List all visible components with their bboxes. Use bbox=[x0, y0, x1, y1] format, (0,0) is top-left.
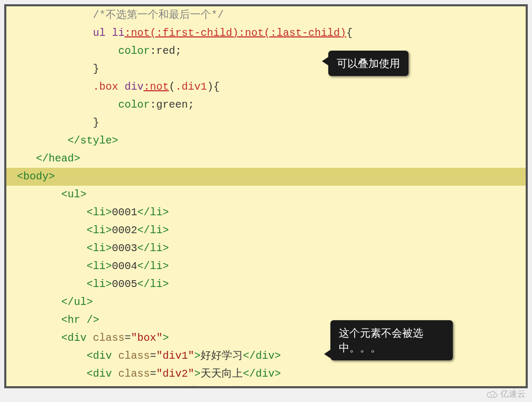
html-tag: <li> bbox=[87, 206, 112, 218]
html-tag-annotated: <p class="div2"> bbox=[87, 386, 188, 388]
html-tag: </head> bbox=[36, 152, 80, 165]
code-line: </ul> bbox=[6, 293, 526, 311]
svg-point-0 bbox=[491, 394, 492, 395]
code-line: <div class="div2">天天向上</div> bbox=[6, 365, 526, 383]
html-attr-value: "box" bbox=[131, 332, 163, 344]
tooltip-text: 这个元素不会被选中。。。 bbox=[339, 327, 423, 353]
html-tag: </li> bbox=[137, 206, 169, 218]
css-comment: /*不选第一个和最后一个*/ bbox=[93, 9, 224, 21]
text-content: 我们不一样 bbox=[188, 386, 241, 388]
code-line: <li>0005</li> bbox=[6, 275, 526, 293]
html-attr-value: "div2" bbox=[156, 368, 194, 380]
css-selector: ul li bbox=[93, 27, 125, 39]
html-tag: <li> bbox=[87, 278, 112, 290]
text-content: 0005 bbox=[112, 278, 137, 290]
code-line: ul li:not(:first-child):not(:last-child)… bbox=[6, 24, 526, 42]
text-content: 0004 bbox=[112, 260, 137, 272]
html-tag: <ul> bbox=[61, 188, 87, 200]
code-line: .box div:not(.div1){ bbox=[6, 78, 526, 96]
code-line: <p class="div2">我们不一样</p> bbox=[6, 383, 526, 388]
brace: } bbox=[93, 117, 99, 129]
tooltip-arrow-icon bbox=[324, 350, 330, 358]
watermark-text: 亿速云 bbox=[500, 389, 526, 400]
html-tag: <div bbox=[61, 332, 87, 344]
html-tag: </div> bbox=[243, 368, 281, 380]
html-tag: </style> bbox=[68, 135, 118, 147]
css-value: red bbox=[156, 45, 175, 57]
html-tag-annotated: </p> bbox=[241, 386, 266, 388]
code-line: <li>0002</li> bbox=[6, 222, 526, 240]
html-tag: <li> bbox=[87, 242, 112, 254]
tooltip-text: 可以叠加使用 bbox=[337, 58, 400, 69]
code-line: </style> bbox=[6, 132, 526, 150]
code-line: } bbox=[6, 60, 526, 78]
text-content: 天天向上 bbox=[201, 368, 243, 380]
annotation-tooltip: 这个元素不会被选中。。。 bbox=[330, 320, 453, 360]
css-class-selector: .box bbox=[93, 81, 118, 93]
text-content: 0002 bbox=[112, 224, 137, 236]
html-tag: </li> bbox=[137, 224, 169, 236]
html-attr-value: "div1" bbox=[156, 350, 194, 362]
watermark: 亿速云 bbox=[486, 389, 526, 400]
annotation-tooltip: 可以叠加使用 bbox=[328, 51, 408, 76]
code-line: <li>0004</li> bbox=[6, 257, 526, 275]
code-line: color:green; bbox=[6, 96, 526, 114]
css-pseudo: :not(:first-child):not(:last-child) bbox=[125, 27, 346, 39]
html-tag: </li> bbox=[137, 278, 169, 290]
cloud-icon bbox=[486, 390, 498, 399]
html-tag: <div bbox=[87, 368, 112, 380]
html-tag: <hr /> bbox=[61, 314, 99, 326]
code-line: } bbox=[6, 114, 526, 132]
html-tag: </div> bbox=[243, 350, 281, 362]
html-tag: <div bbox=[87, 350, 112, 362]
css-property: color bbox=[118, 99, 150, 111]
text-content: 0003 bbox=[112, 242, 137, 254]
text-content: 好好学习 bbox=[201, 350, 243, 362]
html-attr: class bbox=[93, 332, 125, 344]
code-line-highlighted: <body> bbox=[6, 168, 526, 186]
html-attr: class bbox=[118, 368, 150, 380]
code-line: color:red; bbox=[6, 42, 526, 60]
tooltip-arrow-icon bbox=[322, 57, 328, 65]
html-tag: <body> bbox=[17, 170, 55, 183]
css-property: color bbox=[118, 45, 150, 57]
css-value: green bbox=[156, 99, 188, 111]
html-tag: <li> bbox=[87, 260, 112, 272]
code-editor: /*不选第一个和最后一个*/ ul li:not(:first-child):n… bbox=[4, 4, 528, 388]
brace: { bbox=[213, 81, 220, 93]
code-line: /*不选第一个和最后一个*/ bbox=[6, 6, 526, 24]
html-tag: <li> bbox=[87, 224, 112, 236]
html-tag: </li> bbox=[137, 242, 169, 254]
brace: } bbox=[93, 63, 99, 75]
text-content: 0001 bbox=[112, 206, 137, 218]
html-attr: class bbox=[118, 350, 150, 362]
html-tag: </ul> bbox=[61, 296, 93, 308]
code-line: <li>0001</li> bbox=[6, 204, 526, 222]
code-line: <ul> bbox=[6, 186, 526, 204]
brace: { bbox=[346, 27, 353, 39]
css-pseudo: :not bbox=[144, 81, 169, 93]
html-tag: </li> bbox=[137, 260, 169, 272]
css-class-selector: .div1 bbox=[175, 81, 207, 93]
code-line: </head> bbox=[6, 150, 526, 168]
code-line: <li>0003</li> bbox=[6, 240, 526, 257]
svg-point-1 bbox=[493, 394, 494, 395]
css-selector: div bbox=[125, 81, 144, 93]
